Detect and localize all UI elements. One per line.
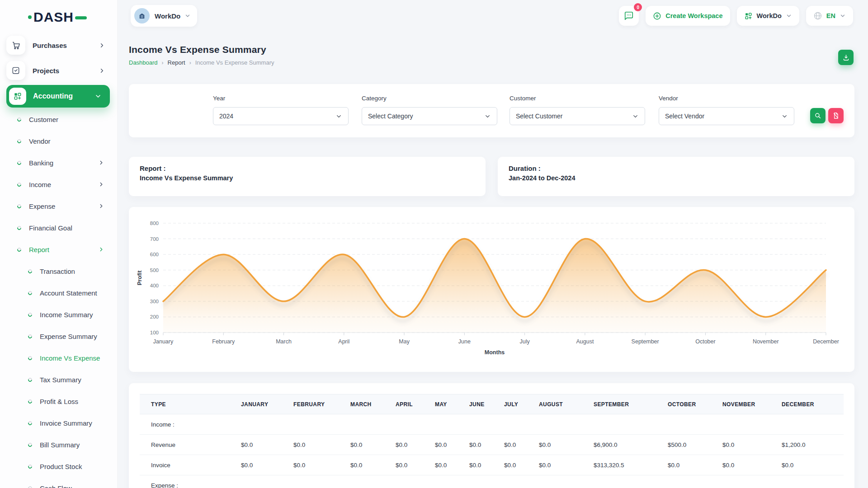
summary-table-card: TYPE JANUARY FEBRUARY MARCH APRIL MAY JU… (129, 383, 854, 488)
breadcrumb-report[interactable]: Report (168, 59, 185, 66)
sidebar-item-cash-flow[interactable]: Cash Flow (0, 477, 117, 488)
year-filter: Year 2024 (213, 95, 349, 125)
language-button[interactable]: EN (806, 6, 853, 26)
apply-filter-button[interactable] (810, 108, 826, 123)
sidebar-item-financial-goal[interactable]: Financial Goal (0, 217, 117, 239)
svg-text:August: August (576, 338, 594, 345)
create-workspace-button[interactable]: Create Workspace (646, 6, 730, 26)
grid-plus-icon (744, 12, 753, 20)
income-vs-expense-chart: 100200300400500600700800JanuaryFebruaryM… (135, 216, 840, 357)
sidebar-item-vendor[interactable]: Vendor (0, 130, 117, 152)
logo-dash-icon (75, 16, 87, 19)
svg-text:February: February (212, 338, 235, 345)
cell: $0.0 (722, 455, 782, 475)
svg-text:July: July (520, 338, 530, 345)
cell: $6,900.0 (594, 435, 668, 455)
sidebar-item-banking[interactable]: Banking (0, 152, 117, 174)
table-row-revenue: Revenue $0.0 $0.0 $0.0 $0.0 $0.0 $0.0 $0… (140, 435, 844, 455)
bullet-icon (16, 160, 22, 166)
chat-icon (624, 11, 634, 21)
sidebar-item-bill-summary[interactable]: Bill Summary (0, 434, 117, 455)
bullet-icon (27, 377, 33, 383)
sidebar-section-accounting[interactable]: Accounting (6, 85, 110, 108)
svg-text:Months: Months (485, 349, 505, 356)
sidebar: DASH Purchases Projects Accou (0, 0, 118, 488)
cell: $0.0 (350, 455, 396, 475)
sidebar-item-profit-loss[interactable]: Profit & Loss (0, 390, 117, 412)
bullet-icon (27, 268, 33, 274)
chevron-right-icon: › (189, 60, 191, 66)
sidebar-item-product-stock[interactable]: Product Stock (0, 455, 117, 477)
bullet-icon (27, 420, 33, 426)
sidebar-item-report[interactable]: Report (0, 239, 117, 260)
sidebar-item-purchases[interactable]: Purchases (0, 33, 117, 58)
chevron-down-icon (94, 93, 102, 100)
cell: $0.0 (539, 455, 594, 475)
search-icon (814, 112, 821, 119)
section-row-expense: Expense : (140, 475, 844, 488)
duration-card: Duration : Jan-2024 to Dec-2024 (498, 157, 854, 196)
bullet-icon (27, 290, 33, 296)
year-select[interactable]: 2024 (213, 107, 349, 125)
col-header-november: NOVEMBER (722, 394, 782, 414)
filter-card: Year 2024 Category Select Category Custo… (129, 84, 854, 137)
chevron-right-icon (98, 246, 104, 253)
cart-icon (6, 36, 25, 55)
chevron-right-icon: › (162, 60, 164, 66)
sidebar-item-expense[interactable]: Expense (0, 195, 117, 217)
reset-filter-button[interactable] (828, 108, 844, 123)
topbar-actions: 0 Create Workspace WorkDo EN (619, 6, 853, 26)
sidebar-item-expense-summary[interactable]: Expense Summary (0, 325, 117, 347)
workspace-selector[interactable]: WorkDo (131, 5, 197, 27)
col-header-april: APRIL (396, 394, 435, 414)
sidebar-item-projects[interactable]: Projects (0, 58, 117, 83)
col-header-may: MAY (435, 394, 469, 414)
bullet-icon (16, 182, 22, 188)
sidebar-item-customer[interactable]: Customer (0, 108, 117, 130)
breadcrumb: Dashboard › Report › Income Vs Expense S… (129, 59, 274, 66)
bullet-icon (27, 355, 33, 361)
sidebar-item-income-vs-expense[interactable]: Income Vs Expense (0, 347, 117, 369)
bullet-icon (27, 312, 33, 318)
sidebar-item-transaction[interactable]: Transaction (0, 260, 117, 282)
chevron-right-icon (98, 181, 104, 188)
messages-button[interactable]: 0 (619, 6, 639, 26)
col-header-february: FEBRUARY (293, 394, 350, 414)
bullet-icon (16, 203, 22, 209)
sidebar-item-income[interactable]: Income (0, 174, 117, 195)
chevron-down-icon (781, 113, 788, 120)
download-icon (842, 54, 850, 61)
sidebar-item-invoice-summary[interactable]: Invoice Summary (0, 412, 117, 434)
cell: $0.0 (293, 455, 350, 475)
cell: $0.0 (782, 455, 844, 475)
app-menu-button[interactable]: WorkDo (737, 6, 799, 26)
cell: $500.0 (668, 435, 722, 455)
cell: $0.0 (435, 455, 469, 475)
svg-text:April: April (338, 338, 349, 345)
download-button[interactable] (838, 50, 854, 65)
col-header-october: OCTOBER (668, 394, 722, 414)
tasks-icon (6, 61, 25, 80)
logo[interactable]: DASH (28, 9, 117, 25)
svg-text:March: March (276, 338, 292, 345)
chevron-down-icon (184, 13, 191, 19)
category-select[interactable]: Select Category (362, 107, 497, 125)
cell: $0.0 (504, 455, 539, 475)
col-header-type: TYPE (140, 394, 241, 414)
bullet-icon (16, 138, 22, 144)
col-header-july: JULY (504, 394, 539, 414)
cell: $0.0 (668, 455, 722, 475)
breadcrumb-dashboard[interactable]: Dashboard (129, 59, 158, 66)
sidebar-item-income-summary[interactable]: Income Summary (0, 304, 117, 325)
sidebar-item-tax-summary[interactable]: Tax Summary (0, 369, 117, 390)
vendor-select[interactable]: Select Vendor (659, 107, 794, 125)
cell: $0.0 (435, 435, 469, 455)
chevron-down-icon (786, 13, 792, 19)
customer-select[interactable]: Select Customer (509, 107, 645, 125)
bullet-icon (27, 442, 33, 448)
svg-text:June: June (458, 338, 471, 345)
sidebar-item-account-statement[interactable]: Account Statement (0, 282, 117, 304)
summary-cards: Report : Income Vs Expense Summary Durat… (129, 157, 854, 196)
bullet-icon (27, 333, 33, 339)
col-header-june: JUNE (469, 394, 504, 414)
